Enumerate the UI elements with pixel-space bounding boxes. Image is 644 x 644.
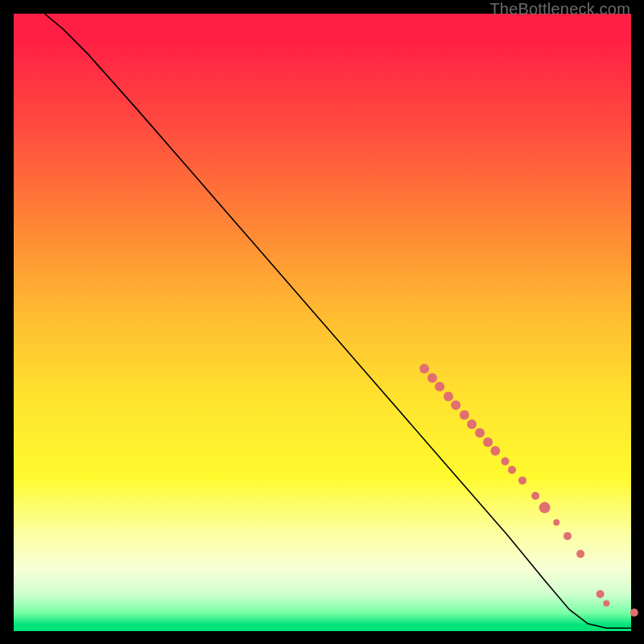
data-dot [539, 502, 551, 514]
data-dot [518, 477, 526, 485]
chart-frame: TheBottleneck.com [0, 0, 644, 644]
scatter-dots [419, 364, 638, 617]
data-dot [467, 419, 477, 429]
data-dot [508, 466, 516, 474]
data-dot [490, 446, 500, 456]
data-dot [460, 411, 469, 420]
watermark-text: TheBottleneck.com [489, 0, 630, 19]
data-dot [630, 609, 638, 617]
data-dot [419, 364, 429, 374]
data-dot [502, 457, 510, 465]
data-dot [451, 400, 460, 410]
data-dot [603, 601, 609, 607]
data-dot [427, 374, 437, 383]
data-dot [483, 437, 493, 447]
data-dot [475, 428, 485, 438]
data-dot [435, 382, 444, 391]
data-dot [531, 492, 539, 500]
plot-area [14, 14, 631, 631]
data-dot [444, 392, 453, 402]
curve-line [44, 14, 631, 628]
data-dot [553, 519, 559, 526]
chart-svg [14, 14, 631, 631]
data-dot [576, 550, 584, 558]
data-dot [564, 532, 572, 540]
data-dot [597, 590, 605, 598]
